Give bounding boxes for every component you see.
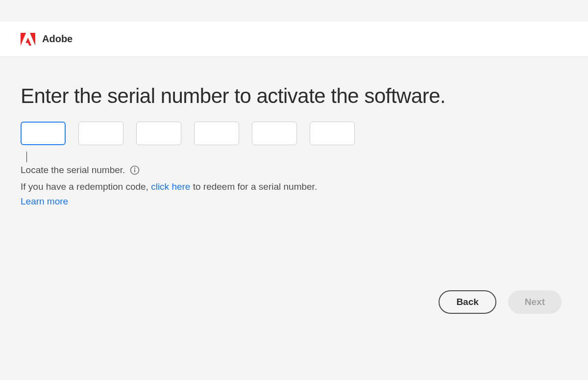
svg-rect-5	[134, 170, 135, 173]
serial-input-5[interactable]	[252, 122, 297, 145]
svg-point-4	[134, 168, 136, 169]
brand-name: Adobe	[42, 33, 73, 45]
serial-input-4[interactable]	[194, 122, 239, 145]
page-title: Enter the serial number to activate the …	[21, 84, 567, 108]
redemption-text: If you have a redemption code, click her…	[21, 181, 567, 192]
main-content: Enter the serial number to activate the …	[0, 57, 588, 207]
locate-row: Locate the serial number.	[21, 165, 567, 176]
redemption-suffix: to redeem for a serial number.	[190, 181, 317, 192]
serial-input-3[interactable]	[136, 122, 181, 145]
logo-container: Adobe	[21, 33, 73, 46]
text-cursor	[26, 152, 27, 162]
back-button[interactable]: Back	[439, 290, 496, 314]
header-bar: Adobe	[0, 22, 588, 57]
serial-input-2[interactable]	[78, 122, 123, 145]
locate-serial-text: Locate the serial number.	[21, 165, 125, 176]
svg-marker-2	[25, 37, 31, 46]
learn-more-link[interactable]: Learn more	[21, 196, 567, 207]
adobe-logo-icon	[21, 33, 35, 46]
svg-marker-1	[30, 33, 35, 46]
click-here-link[interactable]: click here	[151, 181, 190, 192]
footer-buttons: Back Next	[439, 290, 562, 314]
serial-input-1[interactable]	[21, 122, 66, 145]
serial-input-6[interactable]	[310, 122, 355, 145]
info-icon[interactable]	[130, 165, 140, 175]
svg-marker-0	[21, 33, 26, 46]
redemption-prefix: If you have a redemption code,	[21, 181, 151, 192]
serial-inputs-row	[21, 122, 567, 145]
next-button[interactable]: Next	[508, 290, 562, 314]
